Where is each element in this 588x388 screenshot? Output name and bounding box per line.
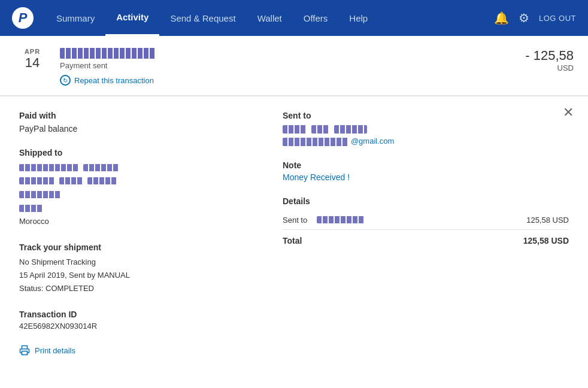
sent-to-amount-value: 125,58 USD (526, 216, 569, 225)
track-label: Track your shipment (19, 242, 247, 252)
sent-to-row-label: Sent to (283, 216, 307, 225)
shipped-line-5: Morocco (19, 216, 247, 228)
shipped-line-2 (19, 175, 247, 187)
repeat-icon: ↻ (60, 75, 71, 86)
svg-rect-0 (22, 351, 28, 355)
close-button[interactable]: ✕ (563, 106, 574, 119)
navbar: P Summary Activity Send & Request Wallet… (0, 0, 588, 36)
nav-right: 🔔 ⚙ LOG OUT (494, 11, 576, 25)
paid-with-value: PayPal balance (19, 124, 247, 134)
note-value: Money Received ! (283, 172, 569, 182)
track-date: 15 April 2019, Sent by MANUAL (19, 269, 247, 282)
tid-value: 42E56982XN093014R (19, 322, 247, 331)
amounts-label: Details (283, 196, 569, 206)
amount-value: - 125,58 (525, 48, 574, 63)
paid-with-section: Paid with PayPal balance (19, 111, 247, 134)
shipped-line-1 (19, 161, 247, 174)
detail-panel: ✕ Paid with PayPal balance Shipped to (0, 96, 588, 370)
transaction-status: Payment sent (60, 61, 525, 70)
nav-send-request[interactable]: Send & Request (159, 0, 246, 36)
nav-links: Summary Activity Send & Request Wallet O… (46, 0, 494, 36)
repeat-transaction-link[interactable]: ↻ Repeat this transaction (60, 75, 525, 86)
detail-left: Paid with PayPal balance Shipped to (19, 111, 247, 356)
note-section: Note Money Received ! (283, 160, 569, 182)
nav-offers[interactable]: Offers (293, 0, 339, 36)
notifications-icon[interactable]: 🔔 (494, 11, 509, 25)
transaction-id-section: Transaction ID 42E56982XN093014R (19, 310, 247, 331)
sent-to-amount-row: Sent to 125,58 USD (283, 211, 569, 230)
sent-to-email-redacted (283, 138, 348, 146)
logout-button[interactable]: LOG OUT (539, 14, 576, 23)
sent-to-row-label-container: Sent to (283, 216, 365, 225)
nav-help[interactable]: Help (338, 0, 378, 36)
amount-currency: USD (525, 63, 574, 72)
track-no-tracking: No Shipment Tracking (19, 256, 247, 269)
total-amount: 125,58 USD (523, 236, 569, 245)
date-month: APR (14, 48, 50, 55)
sent-to-section: Sent to @gmail.com (283, 111, 569, 146)
sent-to-name-1 (283, 125, 307, 134)
print-icon (19, 345, 30, 356)
date-day: 14 (14, 55, 50, 71)
shipped-line-4 (19, 202, 247, 214)
transaction-amount: - 125,58 USD (525, 48, 574, 72)
paypal-logo: P (12, 7, 34, 29)
tid-label: Transaction ID (19, 310, 247, 319)
transaction-info: Payment sent ↻ Repeat this transaction (60, 48, 525, 86)
total-label: Total (283, 236, 302, 245)
shipped-line-3 (19, 189, 247, 201)
paid-with-label: Paid with (19, 111, 247, 120)
detail-right: Sent to @gmail.com Note Money Received ! (283, 111, 569, 356)
shipped-to-label: Shipped to (19, 148, 247, 157)
transaction-header: APR 14 Payment sent ↻ Repeat this transa… (0, 36, 588, 96)
track-info: No Shipment Tracking 15 April 2019, Sent… (19, 256, 247, 295)
main-content: APR 14 Payment sent ↻ Repeat this transa… (0, 36, 588, 388)
shipped-address: Morocco (19, 161, 247, 228)
total-row: Total 125,58 USD (283, 230, 569, 251)
sent-to-label: Sent to (283, 111, 569, 120)
track-status: Status: COMPLETED (19, 282, 247, 295)
nav-activity[interactable]: Activity (105, 0, 159, 36)
transaction-date: APR 14 (14, 48, 50, 71)
amounts-section: Details Sent to 125,58 USD Total 125,58 … (283, 196, 569, 251)
repeat-label: Repeat this transaction (74, 76, 154, 85)
settings-icon[interactable]: ⚙ (519, 11, 529, 25)
print-details-link[interactable]: Print details (19, 345, 247, 356)
detail-columns: Paid with PayPal balance Shipped to (19, 111, 569, 356)
sent-to-email-domain: @gmail.com (351, 137, 394, 146)
note-label: Note (283, 160, 569, 170)
nav-wallet[interactable]: Wallet (247, 0, 293, 36)
shipped-to-section: Shipped to (19, 148, 247, 228)
transaction-name (60, 48, 156, 59)
print-label: Print details (35, 346, 75, 355)
track-shipment-section: Track your shipment No Shipment Tracking… (19, 242, 247, 295)
nav-summary[interactable]: Summary (46, 0, 105, 36)
sent-to-recipient-redacted (317, 216, 365, 223)
